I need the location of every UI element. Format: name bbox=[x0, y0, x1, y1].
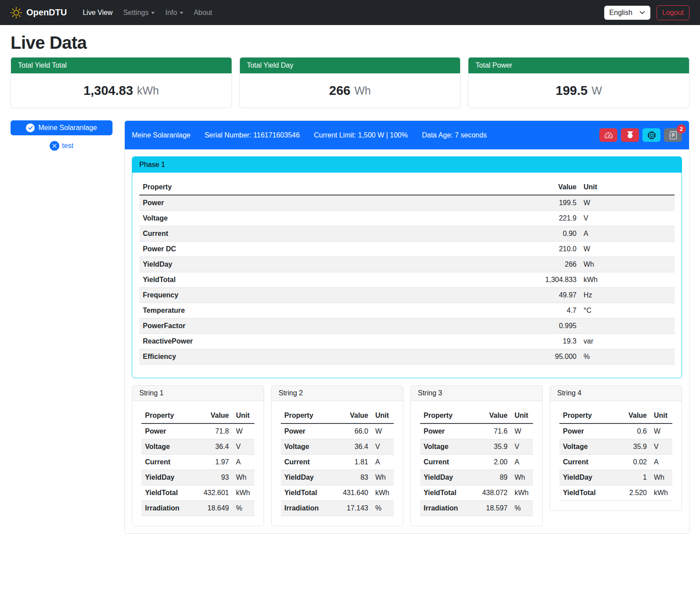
value-cell: 36.4 bbox=[196, 439, 232, 455]
property-cell: YieldTotal bbox=[139, 272, 519, 288]
column-property: Property bbox=[141, 408, 196, 423]
card-value-area: 266 Wh bbox=[240, 73, 461, 108]
inverter-selected-label: Meine Solaranlage bbox=[38, 124, 97, 132]
table-header-row: Property Value Unit bbox=[139, 180, 675, 195]
unit-cell: % bbox=[580, 349, 675, 365]
value-cell: 432.601 bbox=[196, 485, 232, 501]
chevron-down-icon bbox=[180, 12, 183, 14]
table-row: PowerFactor0.995 bbox=[139, 318, 675, 334]
chevron-down-icon bbox=[639, 10, 645, 15]
inverter-data-age: Data Age: 7 seconds bbox=[422, 131, 487, 139]
string-title: String 1 bbox=[132, 386, 264, 401]
unit-cell: kWh bbox=[372, 485, 394, 501]
language-value: English bbox=[609, 9, 632, 17]
language-select[interactable]: English bbox=[604, 6, 650, 20]
unit-cell: % bbox=[372, 501, 394, 516]
event-count-badge: 2 bbox=[677, 124, 686, 134]
value-cell: 266 bbox=[519, 257, 580, 272]
power-button[interactable] bbox=[621, 128, 639, 142]
page-title: Live Data bbox=[11, 33, 689, 53]
logout-button[interactable]: Logout bbox=[656, 5, 689, 20]
brand[interactable]: OpenDTU bbox=[11, 7, 67, 18]
inverter-item-test[interactable]: test bbox=[11, 141, 112, 151]
unit-cell: Wh bbox=[232, 470, 254, 485]
unit-cell: var bbox=[580, 334, 675, 349]
unit-cell: W bbox=[372, 423, 394, 439]
total-power-card: Total Power 199.5 W bbox=[468, 57, 689, 108]
unit-cell: kWh bbox=[580, 272, 675, 288]
sun-logo-icon bbox=[11, 7, 22, 18]
unit-cell: A bbox=[232, 455, 254, 470]
table-row: Power199.5W bbox=[139, 195, 675, 211]
table-row: Power71.6W bbox=[420, 423, 533, 439]
column-value: Value bbox=[196, 408, 232, 423]
event-log-button[interactable]: 2 bbox=[664, 128, 682, 142]
property-cell: YieldTotal bbox=[141, 485, 196, 501]
card-title: Total Yield Total bbox=[11, 58, 232, 73]
x-circle-icon bbox=[50, 141, 59, 151]
table-row: Temperature4.7°C bbox=[139, 303, 675, 318]
value-cell: 71.6 bbox=[475, 423, 511, 439]
string-title: String 2 bbox=[272, 386, 403, 401]
column-value: Value bbox=[336, 408, 372, 423]
inverter-serial: Serial Number: 116171603546 bbox=[204, 131, 300, 139]
value-cell: 199.5 bbox=[519, 195, 580, 211]
unit-cell: Wh bbox=[372, 470, 394, 485]
table-row: YieldDay83Wh bbox=[281, 470, 394, 485]
value-cell: 0.6 bbox=[614, 423, 650, 439]
inverter-selected-button[interactable]: Meine Solaranlage bbox=[11, 120, 112, 135]
property-cell: Voltage bbox=[420, 439, 475, 455]
table-row: Voltage36.4V bbox=[141, 439, 254, 455]
card-title: Total Yield Day bbox=[240, 58, 461, 73]
property-cell: Frequency bbox=[139, 288, 519, 303]
table-row: Voltage35.9V bbox=[420, 439, 533, 455]
column-value: Value bbox=[519, 180, 580, 195]
nav-item-about[interactable]: About bbox=[190, 5, 216, 20]
unit-cell: Wh bbox=[511, 470, 533, 485]
unit-cell: kWh bbox=[511, 485, 533, 501]
speedometer-icon bbox=[605, 131, 613, 139]
card-unit: kWh bbox=[137, 84, 159, 97]
nav-item-settings[interactable]: Settings bbox=[120, 5, 158, 20]
table-header-row: Property Value Unit bbox=[559, 408, 672, 423]
unit-cell bbox=[580, 318, 675, 334]
value-cell: 1.81 bbox=[336, 455, 372, 470]
property-cell: ReactivePower bbox=[139, 334, 519, 349]
property-cell: YieldDay bbox=[559, 470, 614, 485]
property-cell: YieldDay bbox=[281, 470, 336, 485]
unit-cell: W bbox=[232, 423, 254, 439]
string-1-card: String 1 Property Value Unit bbox=[132, 385, 264, 526]
string-4-card: String 4 Property Value Unit bbox=[550, 385, 682, 511]
table-row: YieldDay266Wh bbox=[139, 257, 675, 272]
chevron-down-icon bbox=[151, 12, 155, 14]
value-cell: 89 bbox=[475, 470, 511, 485]
table-row: Current1.97A bbox=[141, 455, 254, 470]
table-row: Voltage36.4V bbox=[281, 439, 394, 455]
property-cell: Voltage bbox=[281, 439, 336, 455]
value-cell: 438.072 bbox=[475, 485, 511, 501]
column-unit: Unit bbox=[650, 408, 672, 423]
table-row: Current0.02A bbox=[559, 455, 672, 470]
table-header-row: Property Value Unit bbox=[141, 408, 254, 423]
inverter-limit: Current Limit: 1,500 W | 100% bbox=[314, 131, 408, 139]
property-cell: PowerFactor bbox=[139, 318, 519, 334]
nav-item-info[interactable]: Info bbox=[162, 5, 187, 20]
card-value: 266 bbox=[329, 83, 350, 98]
table-row: Power66.0W bbox=[281, 423, 394, 439]
value-cell: 35.9 bbox=[614, 439, 650, 455]
nav-item-live-view[interactable]: Live View bbox=[79, 5, 116, 20]
value-cell: 19.3 bbox=[519, 334, 580, 349]
property-cell: Irradiation bbox=[141, 501, 196, 516]
inverter-name: Meine Solaranlage bbox=[132, 131, 190, 139]
string-3-table: Property Value Unit Power71.6WVoltage35.… bbox=[420, 408, 533, 516]
table-row: Efficiency95.000% bbox=[139, 349, 675, 365]
limit-settings-button[interactable] bbox=[599, 128, 617, 142]
value-cell: 1,304.833 bbox=[519, 272, 580, 288]
string-4-table: Property Value Unit Power0.6WVoltage35.9… bbox=[559, 408, 672, 501]
column-value: Value bbox=[475, 408, 511, 423]
device-info-button[interactable] bbox=[642, 128, 660, 142]
navbar: OpenDTU Live View Settings Info About En… bbox=[0, 0, 700, 25]
property-cell: Power bbox=[420, 423, 475, 439]
property-cell: Current bbox=[281, 455, 336, 470]
power-icon bbox=[626, 131, 634, 139]
